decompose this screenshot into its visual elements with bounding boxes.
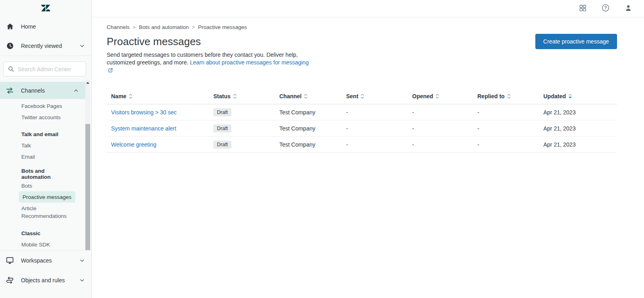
column-header-updated[interactable]: Updated <box>539 89 617 104</box>
chevron-down-icon <box>79 43 85 49</box>
updated-cell: Apr 21, 2023 <box>539 120 617 137</box>
sort-icon <box>233 94 237 100</box>
channel-cell: Test Company <box>275 120 342 137</box>
sort-icon <box>128 94 133 100</box>
profile-icon <box>624 4 632 13</box>
breadcrumb-separator: > <box>192 25 195 30</box>
sidebar: Home Recently viewed <box>0 0 92 298</box>
channels-arrows-icon <box>6 87 14 95</box>
section-header-talk-and-email: Talk and email <box>21 128 74 140</box>
external-link-icon <box>108 67 113 75</box>
page-content: Channels > Bots and automation > Proacti… <box>92 17 644 153</box>
status-badge: Draft <box>213 124 231 132</box>
sidebar-item-article-recommendations[interactable]: Article Recommendations <box>21 203 74 222</box>
topbar: ? <box>92 0 644 17</box>
sidebar-scrollbar <box>85 80 90 250</box>
sidebar-item-label: Recently viewed <box>21 43 62 49</box>
replied-to-cell: - <box>473 120 539 137</box>
sidebar-item-home[interactable]: Home <box>0 17 91 36</box>
opened-cell: - <box>408 104 473 120</box>
breadcrumb-item-channels[interactable]: Channels <box>107 24 130 30</box>
chevron-up-icon <box>73 88 79 93</box>
column-header-channel[interactable]: Channel <box>275 89 342 104</box>
table-row: Visitors browsing > 30 sec Draft Test Co… <box>107 104 617 120</box>
sidebar-item-facebook-pages[interactable]: Facebook Pages <box>21 100 74 112</box>
sort-icon <box>303 94 308 100</box>
updated-cell: Apr 21, 2023 <box>539 104 617 120</box>
column-header-replied-to[interactable]: Replied to <box>473 89 539 104</box>
admin-center-app: Home Recently viewed <box>0 0 644 298</box>
help-icon: ? <box>601 4 610 13</box>
sort-desc-icon <box>568 94 572 100</box>
channel-cell: Test Company <box>275 137 342 153</box>
sidebar-item-recently-viewed[interactable]: Recently viewed <box>0 36 91 56</box>
chevron-down-icon <box>79 277 85 283</box>
column-header-sent[interactable]: Sent <box>342 89 408 104</box>
sidebar-item-bots[interactable]: Bots <box>21 180 74 191</box>
message-name-link[interactable]: Visitors browsing > 30 sec <box>111 109 177 116</box>
section-header-classic: Classic <box>21 228 74 239</box>
status-badge: Draft <box>213 141 231 149</box>
sidebar-item-label: Objects and rules <box>21 277 65 284</box>
sort-icon <box>435 94 440 100</box>
search-icon <box>8 66 14 74</box>
updated-cell: Apr 21, 2023 <box>539 137 617 153</box>
search-area <box>0 56 91 80</box>
sidebar-item-email[interactable]: Email <box>21 151 74 162</box>
chevron-down-icon <box>79 258 85 263</box>
sort-icon <box>360 94 365 100</box>
sidebar-item-workspaces[interactable]: Workspaces <box>0 250 91 270</box>
zendesk-logo-icon[interactable] <box>41 4 50 14</box>
sidebar-item-channels[interactable]: Channels <box>0 82 85 99</box>
monitor-icon <box>6 256 14 265</box>
sort-icon <box>507 94 511 100</box>
column-header-opened[interactable]: Opened <box>408 89 473 104</box>
sidebar-item-label: Home <box>21 23 36 30</box>
section-header-bots-and-automation: Bots and automation <box>21 168 74 180</box>
breadcrumb: Channels > Bots and automation > Proacti… <box>107 24 617 30</box>
sidebar-item-mobile-sdk[interactable]: Mobile SDK <box>21 239 74 250</box>
replied-to-cell: - <box>473 137 539 153</box>
table-row: Welcome greeting Draft Test Company - - … <box>107 137 617 153</box>
scrollbar-up-arrow[interactable] <box>85 80 90 86</box>
channel-cell: Test Company <box>275 104 342 120</box>
channels-sub-list: Facebook Pages Twitter accounts Talk and… <box>0 99 91 250</box>
sent-cell: - <box>342 104 408 120</box>
sidebar-scroll-region: Channels Facebook Pages Twitter accounts… <box>0 80 91 250</box>
sidebar-item-talk[interactable]: Talk <box>21 140 74 151</box>
search-input[interactable] <box>3 62 86 77</box>
breadcrumb-item-proactive-messages: Proactive messages <box>198 24 247 30</box>
opened-cell: - <box>408 137 473 153</box>
help-button[interactable]: ? <box>601 4 610 13</box>
scrollbar-thumb[interactable] <box>85 124 90 250</box>
replied-to-cell: - <box>473 104 539 120</box>
breadcrumb-item-bots-and-automation[interactable]: Bots and automation <box>139 24 189 30</box>
column-header-status[interactable]: Status <box>209 89 275 104</box>
breadcrumb-separator: > <box>133 25 136 30</box>
flow-arrow-icon <box>6 276 14 284</box>
column-header-name[interactable]: Name <box>107 89 209 104</box>
svg-text:?: ? <box>604 5 607 10</box>
opened-cell: - <box>408 120 473 137</box>
sidebar-item-objects-and-rules[interactable]: Objects and rules <box>0 270 91 290</box>
table-row: System maintenance alert Draft Test Comp… <box>107 120 617 137</box>
apps-grid-icon <box>579 4 587 13</box>
sent-cell: - <box>342 137 408 153</box>
logo-row <box>0 0 91 17</box>
sidebar-item-label: Channels <box>21 87 45 94</box>
main-area: ? Channels > Bots and automation > Proac… <box>92 0 644 298</box>
home-icon <box>6 23 14 31</box>
apps-grid-button[interactable] <box>579 4 587 13</box>
profile-button[interactable] <box>624 4 632 13</box>
message-name-link[interactable]: Welcome greeting <box>111 141 157 148</box>
page-description: Send targeted messages to customers befo… <box>107 51 315 75</box>
status-badge: Draft <box>213 108 231 116</box>
learn-more-link[interactable]: Learn about proactive messages for messa… <box>190 59 309 66</box>
sidebar-item-twitter-accounts[interactable]: Twitter accounts <box>21 112 74 123</box>
sidebar-item-label: Workspaces <box>21 257 52 264</box>
create-proactive-message-button[interactable]: Create proactive message <box>535 34 617 49</box>
sent-cell: - <box>342 120 408 137</box>
message-name-link[interactable]: System maintenance alert <box>111 125 176 132</box>
sidebar-item-proactive-messages[interactable]: Proactive messages <box>19 191 75 203</box>
proactive-messages-table: Name Status Channel Sent Opened Replied … <box>107 89 617 153</box>
